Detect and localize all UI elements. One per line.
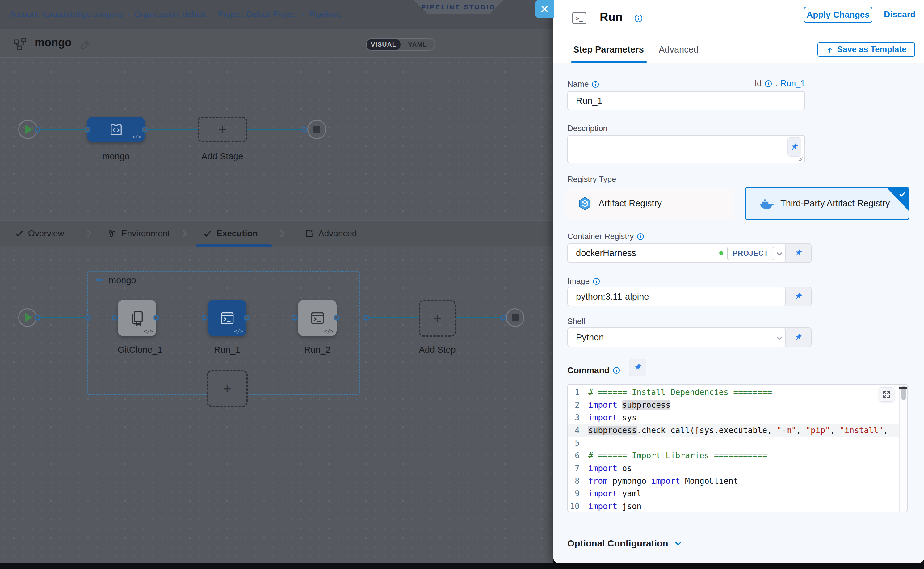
tab-advanced-panel[interactable]: Advanced [659,36,699,63]
add-step-label: Add Step [419,345,456,355]
code-line[interactable]: 10import json [568,500,899,512]
name-input[interactable]: Run_1 [567,91,805,110]
tab-advanced[interactable]: Advanced [304,221,357,246]
add-parallel-step-button[interactable]: + [207,370,248,407]
breadcrumb-account[interactable]: Account: kurosakiichigo.songoku [10,10,122,19]
image-label: Image [567,277,600,286]
chevron-right-icon [181,229,188,238]
optional-configuration-toggle[interactable]: Optional Configuration [567,538,682,549]
container-registry-pin-button[interactable] [786,244,811,262]
play-icon [25,313,32,322]
add-step-button[interactable]: + [419,300,456,337]
container-registry-label: Container Registry [567,232,644,241]
image-pin-button[interactable] [786,287,811,306]
port [85,127,91,132]
chevron-down-icon[interactable] [775,249,784,258]
chevron-down-icon[interactable] [775,334,784,342]
port [35,127,41,132]
step-node-run-2[interactable]: </> [298,300,337,336]
edit-pipeline-icon[interactable] [80,39,91,52]
port [292,315,298,321]
execution-graph-canvas: mongo </> </> [0,246,553,563]
image-input[interactable]: python:3.11-alpine [568,287,786,306]
code-line[interactable]: 6# ====== Import Libraries =========== [568,449,899,462]
save-as-template-label: Save as Template [837,45,907,54]
link [39,317,88,318]
info-icon[interactable] [613,367,620,374]
tab-environment[interactable]: Environment [107,221,170,246]
breadcrumb-project[interactable]: Project: Default Project [218,10,297,19]
dotted-link [340,317,366,318]
id-value: Run_1 [780,79,805,88]
collapse-group-icon[interactable] [96,279,103,281]
port [35,315,41,321]
line-number: 2 [568,399,588,411]
registry-option-label: Artifact Registry [599,198,662,208]
info-icon[interactable] [593,278,600,285]
connector-status-dot [719,251,723,255]
registry-option-label: Third-Party Artifact Registry [780,198,890,208]
breadcrumb-separator: › [302,10,304,19]
name-label: Name [567,79,599,89]
dotted-link [92,317,115,318]
description-textarea[interactable] [567,135,805,163]
save-as-template-button[interactable]: Save as Template [818,42,915,56]
check-icon [203,229,212,238]
command-code-editor[interactable]: 1# ====== Install Dependencies ========2… [567,384,908,512]
code-line[interactable]: 5 [568,437,899,449]
apply-changes-button[interactable]: Apply Changes [804,7,872,23]
shell-pin-button[interactable] [786,328,811,347]
command-pin-button[interactable] [629,359,646,376]
close-icon [540,4,549,14]
editor-scrollbar[interactable] [899,385,907,511]
code-line[interactable]: 4subprocess.check_call([sys.executable, … [568,424,899,437]
tab-overview[interactable]: Overview [15,221,64,246]
tab-label: Overview [28,228,64,239]
breadcrumb: Account: kurosakiichigo.songoku › Organi… [10,0,341,29]
info-icon[interactable] [764,80,772,87]
description-pin-button[interactable] [787,137,801,157]
code-line[interactable]: 2import subprocess [568,399,899,411]
registry-option-artifact[interactable]: Artifact Registry [566,187,734,219]
tab-step-parameters[interactable]: Step Parameters [573,36,644,63]
registry-option-third-party[interactable]: Third-Party Artifact Registry [745,187,909,220]
info-icon[interactable] [637,233,644,240]
stage-node-mongo[interactable]: </> [87,117,144,142]
registry-type-label: Registry Type [567,175,616,184]
code-line[interactable]: 8from pymongo import MongoClient [568,475,899,487]
git-clone-icon [128,309,146,327]
shell-value: Python [576,332,604,342]
toggle-yaml[interactable]: YAML [401,39,435,50]
add-stage-button[interactable]: + [198,117,247,142]
toggle-visual[interactable]: VISUAL [366,39,401,50]
code-lines: 1# ====== Install Dependencies ========2… [568,386,899,512]
code-line[interactable]: 9import yaml [568,487,899,500]
tab-execution[interactable]: Execution [203,221,258,246]
info-icon[interactable] [592,81,599,88]
pin-icon [794,249,802,257]
pin-icon [794,333,802,341]
id-separator: : [775,79,778,88]
image-value: python:3.11-alpine [576,292,649,302]
dotted-link [250,317,295,318]
resize-handle[interactable] [797,155,803,161]
check-icon [15,229,24,238]
expand-editor-button[interactable] [879,387,894,402]
step-node-gitclone-1[interactable]: </> [118,300,156,336]
port [202,315,208,321]
breadcrumb-separator: › [127,10,130,19]
container-registry-input[interactable]: dockerHarness PROJECT [568,244,786,262]
visual-yaml-toggle: VISUAL YAML [366,38,435,51]
code-line[interactable]: 3import sys [568,411,899,424]
close-drawer-button[interactable] [535,0,554,18]
info-icon[interactable] [634,14,643,23]
code-line[interactable]: 1# ====== Install Dependencies ======== [568,386,899,399]
execution-start-node[interactable] [18,308,37,327]
breadcrumb-organization[interactable]: Organization: default [135,10,206,19]
shell-select[interactable]: Python [568,328,786,347]
step-node-run-1[interactable]: </> [208,300,246,336]
discard-button[interactable]: Discard [884,9,916,20]
breadcrumb-pipelines[interactable]: Pipelines [309,10,340,19]
code-line[interactable]: 7import os [568,462,899,475]
step-group-label[interactable]: mongo [109,275,136,285]
